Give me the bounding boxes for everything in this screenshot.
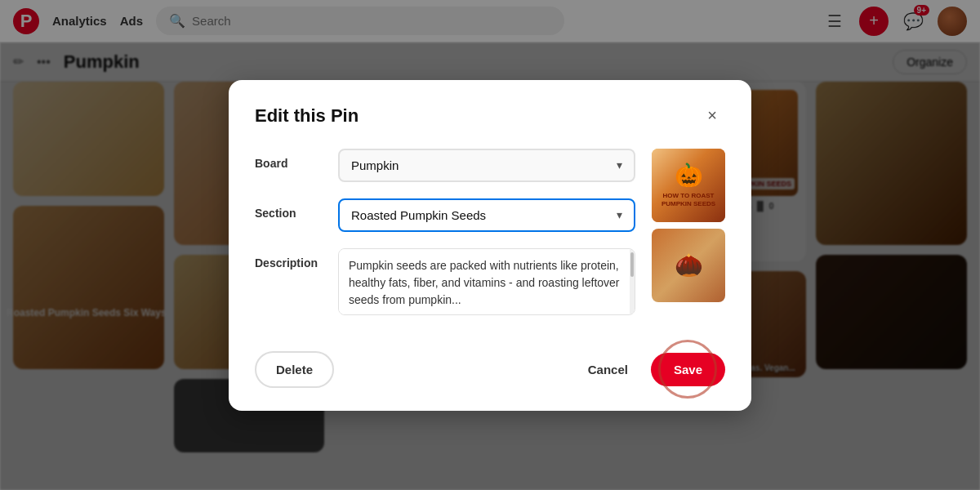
save-button[interactable]: Save [651, 353, 725, 386]
board-row: Board Pumpkin ▾ [255, 149, 635, 182]
preview-image-bottom: 🌰 [652, 229, 725, 302]
pin-preview: 🎃 HOW TO ROASTPUMPKIN SEEDS 🌰 [652, 149, 725, 332]
modal-close-button[interactable]: × [699, 103, 725, 129]
section-label: Section [255, 198, 328, 220]
description-row: Description Pumpkin seeds are packed wit… [255, 248, 635, 315]
board-select[interactable]: Pumpkin ▾ [338, 149, 635, 182]
modal-header: Edit this Pin × [255, 103, 725, 129]
cancel-button[interactable]: Cancel [575, 353, 641, 386]
section-select-value: Roasted Pumpkin Seeds [351, 208, 486, 222]
preview-image-top: 🎃 HOW TO ROASTPUMPKIN SEEDS [652, 149, 725, 222]
preview-image-top-inner: 🎃 HOW TO ROASTPUMPKIN SEEDS [652, 149, 725, 222]
section-select[interactable]: Roasted Pumpkin Seeds ▾ [338, 198, 635, 232]
save-button-wrap: Save [651, 353, 725, 386]
footer-right-buttons: Cancel Save [575, 353, 725, 386]
board-label: Board [255, 149, 328, 170]
board-chevron-icon: ▾ [617, 158, 622, 172]
modal-footer: Delete Cancel Save [255, 351, 725, 388]
modal-title: Edit this Pin [255, 105, 359, 127]
modal-body: Board Pumpkin ▾ Section Roasted Pumpkin … [255, 149, 725, 332]
section-select-wrap: Roasted Pumpkin Seeds ▾ [338, 198, 635, 232]
board-select-value: Pumpkin [351, 158, 399, 172]
description-wrap: Pumpkin seeds are packed with nutrients … [338, 248, 635, 315]
form-area: Board Pumpkin ▾ Section Roasted Pumpkin … [255, 149, 635, 332]
scrollbar-track [630, 249, 635, 314]
board-select-wrap: Pumpkin ▾ [338, 149, 635, 182]
modal-overlay: Edit this Pin × Board Pumpkin ▾ [0, 0, 980, 490]
scrollbar-thumb [630, 252, 634, 277]
section-row: Section Roasted Pumpkin Seeds ▾ [255, 198, 635, 232]
delete-button[interactable]: Delete [255, 351, 334, 388]
description-label: Description [255, 248, 328, 270]
edit-pin-modal: Edit this Pin × Board Pumpkin ▾ [229, 80, 751, 411]
preview-how-to-label: HOW TO ROASTPUMPKIN SEEDS [658, 192, 719, 207]
section-chevron-icon: ▾ [617, 208, 622, 221]
description-textarea[interactable]: Pumpkin seeds are packed with nutrients … [339, 249, 630, 314]
description-textarea-wrap: Pumpkin seeds are packed with nutrients … [338, 248, 635, 315]
